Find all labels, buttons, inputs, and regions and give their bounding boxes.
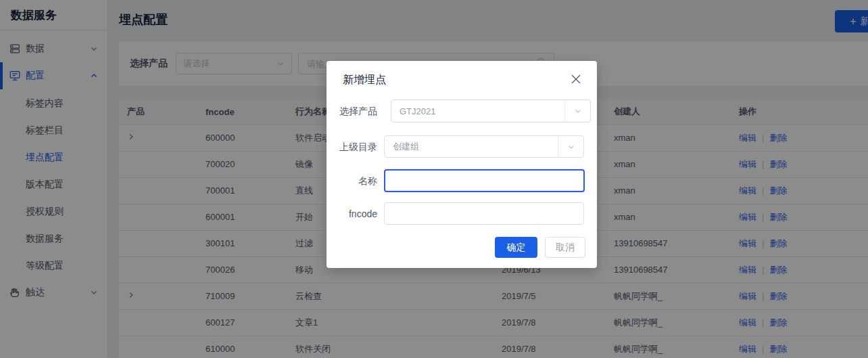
- chevron-down-icon: [558, 136, 583, 157]
- chevron-down-icon: [564, 100, 590, 122]
- modal-product-select[interactable]: GTJ2021: [391, 99, 591, 122]
- add-tracking-modal: 新增埋点 选择产品 GTJ2021 上级目录 创建组 名称 fncode 确定 …: [327, 61, 597, 268]
- modal-product-select-value: GTJ2021: [400, 106, 435, 116]
- modal-parent-dir-select-value: 创建组: [393, 141, 419, 153]
- modal-name-input[interactable]: [384, 169, 585, 192]
- confirm-button[interactable]: 确定: [495, 237, 537, 258]
- field-label-product: 选择产品: [303, 99, 377, 122]
- field-label-fncode: fncode: [303, 202, 377, 225]
- close-icon[interactable]: [569, 72, 583, 87]
- field-label-name: 名称: [303, 169, 377, 192]
- field-label-parent-dir: 上级目录: [303, 135, 377, 158]
- modal-title: 新增埋点: [343, 73, 386, 87]
- cancel-button[interactable]: 取消: [545, 237, 585, 258]
- modal-parent-dir-select[interactable]: 创建组: [384, 135, 584, 158]
- modal-fncode-input[interactable]: [384, 202, 584, 225]
